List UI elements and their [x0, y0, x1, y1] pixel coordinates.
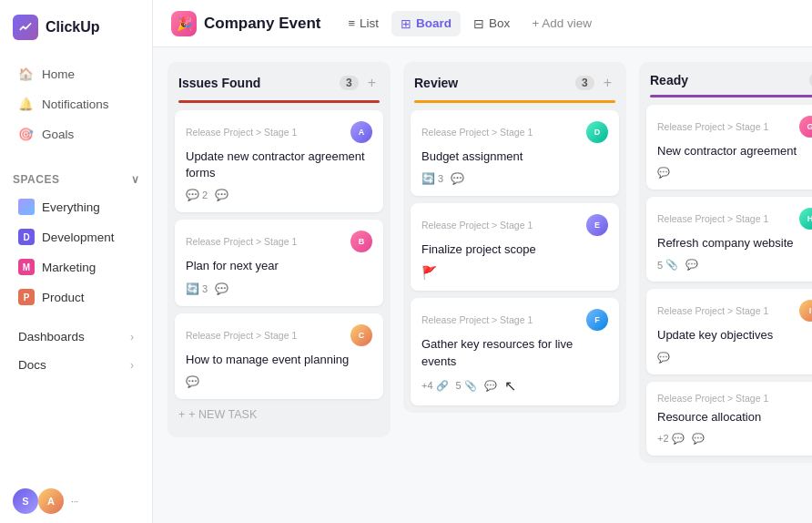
board: Issues Found 3 + Release Project > Stage… [153, 47, 812, 523]
card-c4[interactable]: Release Project > Stage 1 D Budget assig… [411, 110, 619, 196]
project-title: Company Event [204, 15, 320, 33]
tab-list[interactable]: ≡ List [339, 11, 388, 36]
card-c4-avatar: D [586, 121, 608, 143]
new-task-issues[interactable]: + + NEW TASK [167, 399, 391, 430]
card-c5[interactable]: Release Project > Stage 1 E Finalize pro… [411, 203, 619, 291]
chevron-right-icon: › [130, 331, 134, 344]
card-c2-stat-chat: 💬 [215, 282, 228, 295]
card-c1-meta: Release Project > Stage 1 A [186, 121, 372, 143]
card-c1-stat-comments: 💬2 [186, 189, 208, 201]
card-c4-stat-chat: 💬 [451, 172, 464, 185]
card-c9[interactable]: Release Project > Stage 1 I Update key o… [646, 289, 812, 374]
add-view-button[interactable]: + Add view [523, 11, 601, 36]
card-c10-stat-chat: 💬 [692, 433, 705, 445]
chat-icon-8: 💬 [657, 352, 670, 364]
card-c7-stat-chat: 💬 [657, 167, 670, 179]
goals-icon: 🎯 [18, 127, 33, 141]
development-dot: D [18, 229, 35, 245]
sidebar-item-docs[interactable]: Docs › [5, 352, 147, 378]
card-c4-stat-refresh: 🔄3 [421, 172, 443, 185]
sidebar-bottom: S A ··· [0, 479, 152, 523]
column-review-header: Review 3 + [403, 62, 626, 100]
sidebar-item-marketing[interactable]: M Marketing [5, 252, 147, 282]
sidebar: ClickUp 🏠 Home 🔔 Notifications 🎯 Goals S… [0, 0, 153, 523]
card-c5-title: Finalize project scope [421, 241, 608, 258]
card-c8-footer: 5📎 💬 [657, 259, 812, 271]
column-ready-cards: Release Project > Stage 1 G New contract… [639, 105, 812, 456]
card-c6-meta: Release Project > Stage 1 F [421, 309, 608, 331]
chat-icon-4: 💬 [451, 172, 464, 185]
sidebar-item-everything[interactable]: Everything [5, 192, 147, 221]
sidebar-item-product[interactable]: P Product [5, 282, 147, 312]
sidebar-item-home[interactable]: 🏠 Home [5, 59, 147, 88]
card-c3-meta: Release Project > Stage 1 C [186, 324, 372, 346]
chat-icon-9: 💬 [692, 433, 705, 445]
card-c8-meta: Release Project > Stage 1 H [657, 208, 812, 230]
link-icon: 🔗 [436, 380, 449, 392]
card-c1-footer: 💬2 💬 [186, 189, 372, 201]
project-icon: 🎉 [171, 11, 197, 36]
card-c2[interactable]: Release Project > Stage 1 B Plan for nex… [175, 220, 383, 305]
column-review-accent [414, 100, 615, 103]
column-review-cards: Release Project > Stage 1 D Budget assig… [403, 110, 626, 405]
board-icon: ⊞ [401, 16, 411, 31]
card-c1-stat-chat: 💬 [215, 189, 228, 201]
card-c2-footer: 🔄3 💬 [186, 282, 372, 295]
user-avatar[interactable]: S [13, 488, 38, 514]
column-issues-found-title: Issues Found [178, 76, 334, 90]
card-c10-meta: Release Project > Stage 1 [657, 393, 812, 404]
tab-board[interactable]: ⊞ Board [391, 11, 461, 36]
topbar: 🎉 Company Event ≡ List ⊞ Board ⊟ Box + A… [153, 0, 812, 47]
product-dot: P [18, 289, 35, 305]
card-c1[interactable]: Release Project > Stage 1 A Update new c… [175, 110, 383, 212]
card-c5-avatar: E [586, 214, 608, 236]
card-c5-meta: Release Project > Stage 1 E [421, 214, 608, 236]
attach-icon: 📎 [464, 380, 477, 392]
cursor-indicator: ↖ [504, 377, 516, 395]
column-issues-found-add[interactable]: + [364, 73, 380, 93]
sidebar-item-home-label: Home [42, 67, 75, 81]
comment-icon: 💬 [186, 189, 199, 201]
sidebar-item-goals[interactable]: 🎯 Goals [5, 119, 147, 149]
sidebar-item-product-label: Product [42, 291, 85, 304]
card-c10-stat-1: +2💬 [657, 433, 685, 445]
column-ready-header: Ready 4 [639, 62, 812, 95]
main-content: 🎉 Company Event ≡ List ⊞ Board ⊟ Box + A… [153, 0, 812, 523]
bell-icon: 🔔 [18, 97, 33, 111]
card-c10[interactable]: Release Project > Stage 1 Resource alloc… [646, 382, 812, 456]
card-c6-avatar: F [586, 309, 608, 331]
spaces-header[interactable]: Spaces ∨ [0, 168, 152, 191]
card-c2-title: Plan for next year [186, 258, 372, 274]
tab-box[interactable]: ⊟ Box [464, 11, 519, 36]
column-review: Review 3 + Release Project > Stage 1 D B… [403, 62, 626, 413]
card-c9-stat-chat: 💬 [657, 352, 670, 364]
column-review-add[interactable]: + [600, 73, 615, 93]
logo-icon [13, 15, 38, 40]
expand-icon: ··· [71, 497, 78, 507]
card-c7-title: New contractor agreement [657, 143, 812, 159]
chat-icon-5: 💬 [484, 380, 497, 392]
card-c2-meta: Release Project > Stage 1 B [186, 231, 372, 252]
card-c3[interactable]: Release Project > Stage 1 C How to manag… [175, 313, 383, 399]
column-review-count: 3 [575, 76, 594, 90]
card-c6-title: Gather key resources for live events [421, 336, 608, 369]
card-c10-title: Resource allocation [657, 409, 812, 426]
card-c6[interactable]: Release Project > Stage 1 F Gather key r… [411, 298, 619, 405]
card-c7[interactable]: Release Project > Stage 1 G New contract… [646, 105, 812, 190]
sidebar-item-notifications[interactable]: 🔔 Notifications [5, 89, 147, 118]
card-c1-title: Update new contractor agreement forms [186, 149, 372, 181]
logo[interactable]: ClickUp [0, 0, 152, 55]
card-c2-stat-refresh: 🔄3 [186, 282, 208, 295]
list-icon: ≡ [348, 16, 355, 30]
sidebar-item-dashboards[interactable]: Dashboards › [5, 323, 147, 350]
card-c8-avatar: H [799, 208, 812, 230]
chevron-right-icon-docs: › [130, 359, 134, 372]
card-c8[interactable]: Release Project > Stage 1 H Refresh comp… [646, 197, 812, 282]
card-c3-title: How to manage event planning [186, 352, 372, 368]
sidebar-item-development[interactable]: D Development [5, 222, 147, 251]
sidebar-item-everything-label: Everything [42, 200, 100, 214]
column-issues-found-header: Issues Found 3 + [167, 62, 391, 100]
refresh-icon-2: 🔄 [421, 172, 435, 185]
sidebar-item-development-label: Development [42, 231, 115, 244]
user-avatar-2[interactable]: A [38, 488, 64, 514]
